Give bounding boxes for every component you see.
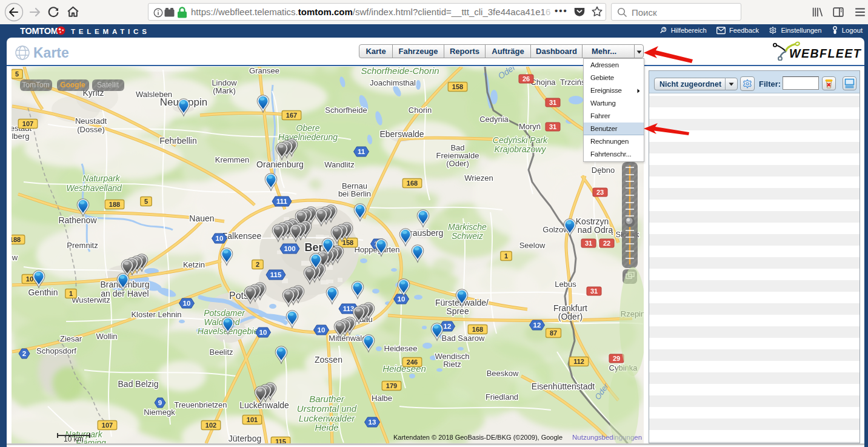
svg-text:10: 10 [259,329,267,336]
svg-text:Naturpark: Naturpark [82,173,120,183]
svg-text:Bad Saarow: Bad Saarow [442,334,485,343]
svg-text:12: 12 [533,321,541,329]
svg-text:115: 115 [275,438,286,443]
svg-text:Joachimsthal: Joachimsthal [370,78,416,87]
svg-text:TomTom: TomTom [22,81,49,89]
svg-text:lavelberg: lavelberg [12,132,29,141]
svg-text:Moryń: Moryń [519,122,541,131]
svg-text:10: 10 [398,295,406,303]
svg-text:Schopsdorf: Schopsdorf [36,346,76,355]
svg-text:Eberswalde: Eberswalde [379,129,424,139]
svg-text:(Dosse): (Dosse) [77,125,105,134]
svg-text:(Oder): (Oder) [446,159,469,168]
svg-text:10: 10 [183,300,191,307]
svg-text:Kremmen: Kremmen [215,155,249,164]
svg-text:107: 107 [22,120,33,127]
svg-text:Chojna: Chojna [530,78,556,87]
svg-text:Westhavelland: Westhavelland [66,183,122,193]
svg-text:Krajobrazowy: Krajobrazowy [495,144,547,154]
svg-text:Baruther: Baruther [309,394,345,404]
svg-text:1: 1 [504,252,508,260]
svg-text:Heidesee: Heidesee [384,344,418,353]
svg-text:Potsdamer: Potsdamer [204,308,245,318]
svg-text:5: 5 [15,70,19,78]
svg-text:Cedyński Park: Cedyński Park [493,135,548,145]
svg-text:29: 29 [613,355,620,362]
svg-text:Ketzin: Ketzin [183,260,205,269]
svg-text:179: 179 [386,382,397,389]
svg-text:Niemegk: Niemegk [144,408,175,417]
svg-text:1: 1 [69,290,73,297]
svg-text:102: 102 [205,422,216,429]
svg-text:246: 246 [407,358,418,366]
svg-text:2: 2 [256,261,259,268]
svg-text:Friedland: Friedland [486,392,518,402]
svg-text:111: 111 [276,198,288,205]
svg-text:87: 87 [550,329,557,337]
svg-text:26: 26 [522,75,530,82]
svg-text:Treuenbrietzen: Treuenbrietzen [175,400,227,409]
svg-text:31: 31 [590,287,598,295]
svg-text:188: 188 [109,201,120,208]
svg-text:chow: chow [12,253,18,262]
svg-text:23: 23 [596,189,604,196]
svg-text:167: 167 [286,112,297,119]
svg-text:12: 12 [444,323,452,330]
svg-text:31: 31 [549,99,556,106]
svg-text:100: 100 [284,245,295,252]
svg-text:Genthin: Genthin [28,287,58,297]
svg-text:Obere: Obere [296,123,320,133]
svg-text:101: 101 [247,416,258,423]
svg-text:Dębno: Dębno [592,166,615,175]
svg-text:Lebus: Lebus [555,280,576,289]
svg-text:10 km: 10 km [64,435,84,443]
svg-text:168: 168 [472,326,483,333]
svg-text:Google: Google [60,81,85,89]
svg-text:Wollin: Wollin [96,332,117,341]
svg-text:22: 22 [603,240,610,247]
svg-text:Oranienburg: Oranienburg [256,160,304,169]
svg-text:31: 31 [549,123,556,130]
svg-text:Seelow: Seelow [519,241,546,250]
svg-text:Heide: Heide [315,422,338,432]
svg-text:Halbe: Halbe [372,394,392,403]
svg-text:115: 115 [270,271,282,278]
svg-text:Satellit: Satellit [97,81,119,89]
svg-text:an der Havel: an der Havel [101,289,149,298]
svg-text:Urstromtal und: Urstromtal und [297,403,357,414]
svg-text:Ziesar: Ziesar [60,334,82,343]
svg-text:Neustadt: Neustadt [75,116,107,126]
svg-text:188: 188 [12,236,21,243]
svg-text:Luckenwalde: Luckenwalde [239,400,289,410]
svg-text:113: 113 [343,305,355,312]
svg-text:Kartendaten © 2018 GeoBasis-DE: Kartendaten © 2018 GeoBasis-DE/BKG (©200… [393,434,563,441]
svg-text:Rietz: Rietz [443,360,461,369]
svg-text:Cedynia: Cedynia [479,115,509,124]
svg-text:Schorfheide-Chorin: Schorfheide-Chorin [361,67,439,76]
svg-text:31: 31 [585,240,592,247]
svg-text:Kloster Lehnin: Kloster Lehnin [131,310,181,319]
svg-text:Schweiz: Schweiz [452,231,483,241]
svg-text:10: 10 [216,235,224,242]
svg-text:168: 168 [407,180,418,187]
svg-text:Bad Belzig: Bad Belzig [118,379,159,389]
svg-text:Zossen: Zossen [315,355,342,365]
svg-text:Nauen: Nauen [189,213,214,223]
svg-text:(Oder): (Oder) [558,312,583,321]
svg-text:WEBFLEET: WEBFLEET [789,47,862,60]
svg-text:9: 9 [158,399,162,406]
svg-text:Beelitz: Beelitz [209,348,233,357]
svg-text:Fehrbellin: Fehrbellin [159,136,196,146]
svg-text:Gransee: Gransee [249,67,279,75]
svg-text:?: ? [663,27,665,32]
svg-text:Schorfheide: Schorfheide [325,106,367,115]
svg-text:13: 13 [369,418,376,426]
svg-text:Rathenow: Rathenow [58,215,97,225]
svg-text:Wriezen: Wriezen [464,173,493,183]
svg-text:2: 2 [22,350,26,357]
svg-text:TOMTOM: TOMTOM [20,26,58,35]
svg-text:158: 158 [452,83,463,90]
svg-text:Premnitz: Premnitz [67,241,98,250]
svg-text:Falkensee: Falkensee [222,231,262,241]
svg-text:158: 158 [342,239,353,246]
